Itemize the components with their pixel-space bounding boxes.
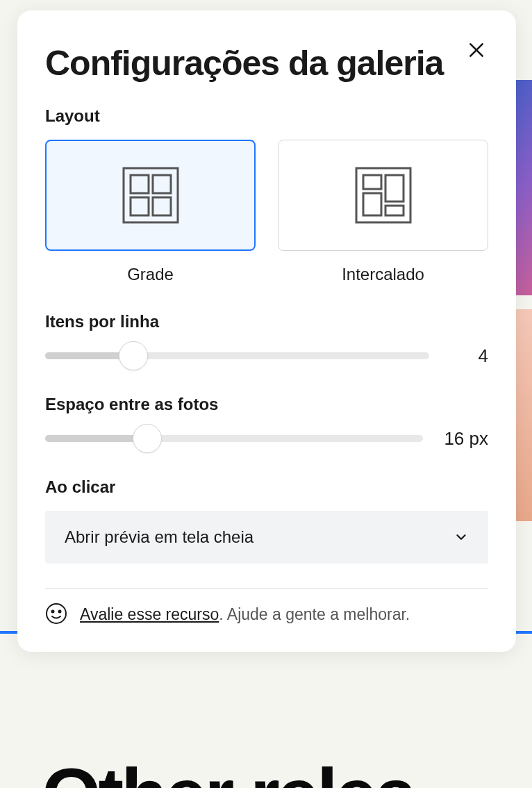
feedback-link[interactable]: Avalie esse recurso [80, 605, 219, 623]
spacing-slider[interactable] [45, 435, 423, 442]
background-heading: Other relea [42, 750, 415, 788]
svg-point-14 [59, 610, 61, 612]
gallery-settings-panel: Configurações da galeria Layout Grade [17, 10, 516, 652]
svg-rect-2 [124, 168, 178, 222]
items-per-row-value: 4 [450, 345, 488, 367]
panel-title: Configurações da galeria [45, 42, 443, 85]
svg-rect-8 [363, 175, 381, 189]
close-button[interactable] [465, 38, 488, 64]
spacing-label: Espaço entre as fotos [45, 395, 488, 414]
background-image-2 [515, 309, 532, 521]
grid-layout-icon [122, 167, 179, 224]
layout-option-grid-label: Grade [127, 265, 174, 284]
close-icon [467, 41, 485, 59]
feedback-rest: . Ajude a gente a melhorar. [219, 605, 410, 623]
on-click-label: Ao clicar [45, 477, 488, 497]
svg-rect-6 [153, 197, 171, 215]
items-per-row-slider-thumb[interactable] [119, 341, 148, 370]
svg-rect-4 [153, 175, 171, 193]
items-per-row-slider[interactable] [45, 352, 429, 359]
divider [45, 588, 488, 589]
svg-point-13 [52, 610, 54, 612]
chevron-down-icon [454, 530, 469, 545]
feedback-text: Avalie esse recurso. Ajude a gente a mel… [80, 605, 410, 624]
layout-option-collage-label: Intercalado [342, 265, 424, 284]
layout-section-label: Layout [45, 106, 488, 126]
layout-option-collage[interactable]: Intercalado [278, 140, 488, 284]
background-image-1 [515, 80, 532, 295]
spacing-value: 16 px [444, 428, 488, 450]
items-per-row-label: Itens por linha [45, 312, 488, 331]
on-click-selected-value: Abrir prévia em tela cheia [65, 527, 253, 547]
smile-icon [45, 602, 67, 627]
svg-point-12 [47, 604, 66, 623]
svg-rect-7 [356, 168, 410, 222]
spacing-slider-thumb[interactable] [133, 424, 162, 453]
svg-rect-11 [385, 206, 404, 215]
collage-layout-icon [355, 167, 412, 224]
svg-rect-3 [131, 175, 149, 193]
svg-rect-5 [131, 197, 149, 215]
on-click-dropdown[interactable]: Abrir prévia em tela cheia [45, 511, 488, 564]
layout-option-grid[interactable]: Grade [45, 140, 256, 284]
svg-rect-10 [363, 193, 381, 215]
svg-rect-9 [385, 175, 404, 202]
